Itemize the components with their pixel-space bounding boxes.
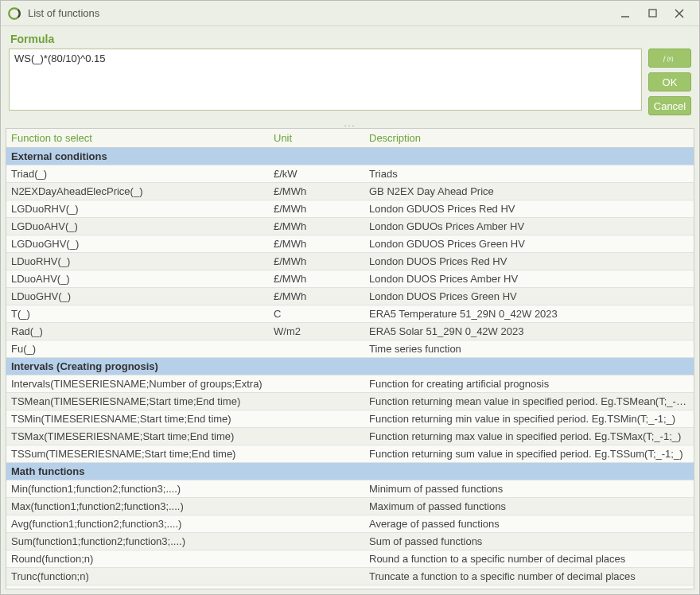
cell-desc: Maximum of passed functions [364,498,694,515]
section-label: Math functions [6,463,694,480]
cell-unit: W/m2 [269,323,364,340]
section-label: Intervals (Creating prognosis) [6,358,694,375]
cell-unit [269,410,364,428]
svg-text:(x): (x) [667,56,674,62]
cell-desc: Sum of passed functions [364,533,694,550]
table-row[interactable]: TSMin(TIMESERIESNAME;Start time;End time… [6,410,694,428]
table-row[interactable]: TSMax(TIMESERIESNAME;Start time;End time… [6,428,694,445]
cell-desc: ERA5 Solar 51_29N 0_42W 2023 [364,323,694,340]
cell-func: LGDuoGHV(_) [6,235,269,253]
cell-func: TSMean(TIMESERIESNAME;Start time;End tim… [6,393,269,410]
cell-desc: London GDUOs Prices Amber HV [364,218,694,235]
cell-desc: Minimum of passed functions [364,480,694,498]
table-row[interactable]: Round(function;n)Round a function to a s… [6,550,694,568]
cell-desc: London DUOS Prices Amber HV [364,270,694,288]
ok-button[interactable]: OK [648,72,691,91]
cell-unit [269,515,364,533]
cell-func: TSSum(TIMESERIESNAME;Start time;End time… [6,445,269,463]
cell-func: LDuoGHV(_) [6,288,269,305]
cell-func: TSMax(TIMESERIESNAME;Start time;End time… [6,428,269,445]
cell-desc: Function for creating artificial prognos… [364,375,694,393]
formula-row: WS(_)*(80/10)^0.15 f(x) OK Cancel [1,49,699,120]
cell-func: TSMin(TIMESERIESNAME;Start time;End time… [6,410,269,428]
cell-func: Trunc(function;n) [6,568,269,585]
table-row[interactable]: TSSum(TIMESERIESNAME;Start time;End time… [6,445,694,463]
table-row[interactable]: N2EXDayAheadElecPrice(_)£/MWhGB N2EX Day… [6,183,694,200]
table-row[interactable]: LGDuoGHV(_)£/MWhLondon GDUOS Prices Gree… [6,235,694,253]
section-header: External conditions [6,148,694,165]
close-button[interactable] [666,5,693,22]
app-icon [7,6,21,21]
cell-unit [269,340,364,358]
table-row[interactable]: Sum(function1;function2;function3;....)S… [6,533,694,550]
section-header: Intervals (Creating prognosis) [6,358,694,375]
table-row[interactable]: LGDuoAHV(_)£/MWhLondon GDUOs Prices Ambe… [6,218,694,235]
cell-desc: Function returning mean value in specifi… [364,393,694,410]
cell-func: Triad(_) [6,165,269,183]
cell-unit: £/MWh [269,200,364,218]
cell-func: LGDuoRHV(_) [6,200,269,218]
cell-desc: Triads [364,165,694,183]
cell-func: LDuoAHV(_) [6,270,269,288]
header-unit[interactable]: Unit [269,129,364,148]
cell-func: Round(function;n) [6,550,269,568]
table-row[interactable]: Avg(function1;function2;function3;....)A… [6,515,694,533]
section-label: External conditions [6,148,694,165]
cell-unit: £/MWh [269,218,364,235]
cell-func: Sum(function1;function2;function3;....) [6,533,269,550]
table-row[interactable]: Max(function1;function2;function3;....)M… [6,498,694,515]
cell-desc: London DUOS Prices Green HV [364,288,694,305]
table-row[interactable]: Intervals(TIMESERIESNAME;Number of group… [6,375,694,393]
table-row[interactable]: Fu(_)Time series function [6,340,694,358]
cell-func: Fu(_) [6,340,269,358]
button-column: f(x) OK Cancel [648,49,691,115]
maximize-button[interactable] [639,5,666,22]
cell-unit [269,393,364,410]
cell-unit [269,498,364,515]
table-row[interactable]: LGDuoRHV(_)£/MWhLondon GDUOS Prices Red … [6,200,694,218]
table-row[interactable]: TSMean(TIMESERIESNAME;Start time;End tim… [6,393,694,410]
svg-rect-3 [649,10,656,17]
cell-func: T(_) [6,305,269,323]
cell-desc: Function returning sum value in specifie… [364,445,694,463]
cell-desc: London GDUOS Prices Green HV [364,235,694,253]
cell-unit [269,480,364,498]
minimize-button[interactable] [612,5,639,22]
cell-unit [269,550,364,568]
cell-unit [269,445,364,463]
table-row[interactable]: LDuoAHV(_)£/MWhLondon DUOS Prices Amber … [6,270,694,288]
function-table-scroll[interactable]: Function to select Unit Description Exte… [6,129,694,589]
cell-func: LDuoRHV(_) [6,253,269,270]
window-title: List of functions [28,7,612,19]
header-description[interactable]: Description [364,129,694,148]
table-row[interactable]: Trunc(function;n)Truncate a function to … [6,568,694,585]
table-row[interactable]: If(expression;x;y)If expression is true,… [6,585,694,589]
cell-unit: £/MWh [269,288,364,305]
cancel-button[interactable]: Cancel [648,96,691,115]
header-function[interactable]: Function to select [6,129,269,148]
function-table: Function to select Unit Description Exte… [6,129,694,589]
cell-func: Max(function1;function2;function3;....) [6,498,269,515]
table-row[interactable]: Triad(_)£/kWTriads [6,165,694,183]
splitter-handle[interactable]: ... [1,120,699,128]
cell-unit [269,585,364,589]
table-row[interactable]: Min(function1;function2;function3;....)M… [6,480,694,498]
fx-button[interactable]: f(x) [648,49,691,68]
cell-unit: £/MWh [269,235,364,253]
cell-unit [269,375,364,393]
table-row[interactable]: LDuoRHV(_)£/MWhLondon DUOS Prices Red HV [6,253,694,270]
titlebar: List of functions [1,1,699,26]
cell-func: If(expression;x;y) [6,585,269,589]
cell-func: Min(function1;function2;function3;....) [6,480,269,498]
section-header: Math functions [6,463,694,480]
table-row[interactable]: LDuoGHV(_)£/MWhLondon DUOS Prices Green … [6,288,694,305]
table-row[interactable]: T(_)CERA5 Temperature 51_29N 0_42W 2023 [6,305,694,323]
cell-func: Rad(_) [6,323,269,340]
cell-desc: Round a function to a specific number of… [364,550,694,568]
cell-unit: £/MWh [269,253,364,270]
cell-unit: C [269,305,364,323]
formula-input[interactable]: WS(_)*(80/10)^0.15 [9,49,642,111]
cell-desc: London DUOS Prices Red HV [364,253,694,270]
table-row[interactable]: Rad(_)W/m2ERA5 Solar 51_29N 0_42W 2023 [6,323,694,340]
cell-unit: £/kW [269,165,364,183]
